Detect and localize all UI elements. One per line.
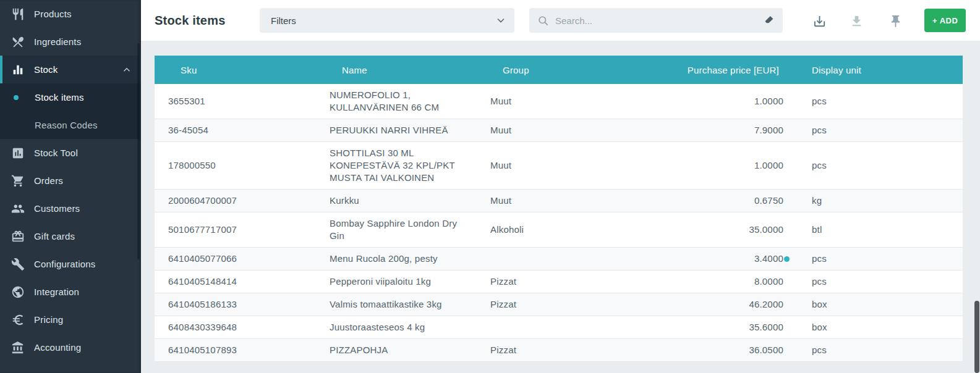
sidebar-subitem-label: Reason Codes <box>35 120 98 130</box>
pin-button[interactable] <box>884 10 906 32</box>
sku-cell: 6410405148414 <box>155 270 316 293</box>
sidebar-item-stock-tool[interactable]: Stock Tool <box>0 139 141 167</box>
group-cell <box>477 248 607 270</box>
vertical-scrollbar[interactable] <box>974 301 979 373</box>
sidebar-item-label: Ingredients <box>34 36 81 47</box>
price-cell: 1.0000 <box>607 142 798 190</box>
price-value: 1.0000 <box>754 96 783 106</box>
filters-label: Filters <box>271 15 296 26</box>
sidebar-item-configurations[interactable]: Configurations <box>0 250 141 278</box>
add-button[interactable]: + ADD <box>924 9 966 32</box>
sidebar: Products Ingredients Stock Stock items R… <box>0 0 141 373</box>
price-cell: 3.4000 <box>607 248 798 270</box>
pin-icon <box>888 14 903 28</box>
name-cell: SHOTTILASI 30 ML KONEPESTÄVÄ 32 KPL/PKT … <box>316 142 477 190</box>
unit-cell: pcs <box>798 84 963 119</box>
name-cell: Pepperoni viipaloitu 1kg <box>316 270 477 293</box>
sidebar-item-label: Integration <box>34 287 79 297</box>
sku-cell: 3655301 <box>155 84 316 119</box>
sidebar-item-gift-cards[interactable]: Gift cards <box>0 222 141 250</box>
equalizer-icon <box>11 63 25 77</box>
table-row[interactable]: 2000604700007 Kurkku Muut 0.6750 kg <box>155 190 963 212</box>
price-value: 35.0000 <box>749 224 783 235</box>
unit-cell: btl <box>798 212 963 248</box>
price-value: 1.0000 <box>754 160 783 170</box>
column-header-group[interactable]: Group <box>477 56 607 84</box>
stock-table-head: Sku Name Group Purchase price [EUR] Disp… <box>155 56 963 84</box>
sku-cell: 2000604700007 <box>155 190 316 212</box>
bank-icon <box>11 341 25 354</box>
clear-search-button[interactable] <box>761 12 778 29</box>
sidebar-item-reason-codes[interactable]: Reason Codes <box>0 111 141 139</box>
active-bullet-icon <box>14 95 19 100</box>
sidebar-item-pricing[interactable]: Pricing <box>0 306 141 333</box>
download-button[interactable] <box>845 10 867 32</box>
search-input[interactable] <box>549 15 761 26</box>
unit-cell: box <box>798 316 963 339</box>
price-value: 7.9000 <box>754 125 783 135</box>
sidebar-scrollbar[interactable] <box>137 43 140 259</box>
stock-table-card: Sku Name Group Purchase price [EUR] Disp… <box>155 56 963 362</box>
column-header-display-unit[interactable]: Display unit <box>798 56 963 84</box>
name-cell: PIZZAPOHJA <box>316 339 477 362</box>
table-row[interactable]: 178000550 SHOTTILASI 30 ML KONEPESTÄVÄ 3… <box>155 142 963 190</box>
sidebar-item-stock[interactable]: Stock <box>0 56 141 83</box>
name-cell: PERUUKKI NARRI VIHREÄ <box>316 119 477 142</box>
table-row[interactable]: 6410405107893 PIZZAPOHJA Pizzat 36.0500 … <box>155 339 963 362</box>
price-cell: 8.0000 <box>607 270 798 293</box>
sidebar-item-customers[interactable]: Customers <box>0 195 141 222</box>
sidebar-item-label: Stock <box>34 64 58 75</box>
topbar: Stock items Filters + ADD <box>141 0 980 41</box>
header-row: Sku Name Group Purchase price [EUR] Disp… <box>155 56 963 84</box>
name-cell: Juustoraasteseos 4 kg <box>316 316 477 339</box>
table-row[interactable]: 3655301 NUMEROFOLIO 1, KULLANVÄRINEN 66 … <box>155 84 963 119</box>
unit-cell: pcs <box>798 119 963 142</box>
unit-cell: pcs <box>798 270 963 293</box>
table-row[interactable]: 6410405148414 Pepperoni viipaloitu 1kg P… <box>155 270 963 293</box>
name-cell: Bombay Sapphire London Dry Gin <box>316 212 477 248</box>
search-box <box>529 8 783 33</box>
sidebar-item-orders[interactable]: Orders <box>0 167 141 195</box>
price-cell: 35.6000 <box>607 316 798 339</box>
table-row[interactable]: 6410405077066 Menu Rucola 200g, pesty 3.… <box>155 248 963 270</box>
sidebar-item-integration[interactable]: Integration <box>0 278 141 306</box>
sidebar-item-label: Configurations <box>34 259 96 269</box>
price-cell: 36.0500 <box>607 339 798 362</box>
unit-cell: pcs <box>798 248 963 270</box>
assessment-icon <box>11 146 25 160</box>
filters-dropdown[interactable]: Filters <box>260 8 514 33</box>
stock-table: Sku Name Group Purchase price [EUR] Disp… <box>155 56 963 362</box>
globe-icon <box>11 285 25 299</box>
name-cell: Kurkku <box>316 190 477 212</box>
column-header-purchase-price[interactable]: Purchase price [EUR] <box>607 56 798 84</box>
unit-cell: pcs <box>798 142 963 190</box>
export-button[interactable] <box>808 10 830 32</box>
name-cell: Valmis tomaattikastike 3kg <box>316 293 477 316</box>
table-row[interactable]: 6408430339648 Juustoraasteseos 4 kg 35.6… <box>155 316 963 339</box>
column-header-sku[interactable]: Sku <box>155 56 316 84</box>
unit-cell: pcs <box>798 339 963 362</box>
eraser-icon <box>764 15 775 26</box>
sidebar-item-accounting[interactable]: Accounting <box>0 333 141 361</box>
sidebar-item-ingredients[interactable]: Ingredients <box>0 28 141 56</box>
sidebar-item-products[interactable]: Products <box>0 0 141 28</box>
people-icon <box>11 202 25 216</box>
price-value: 36.0500 <box>749 345 783 355</box>
giftcard-icon <box>11 230 25 243</box>
stock-table-body: 3655301 NUMEROFOLIO 1, KULLANVÄRINEN 66 … <box>155 84 963 362</box>
price-cell: 7.9000 <box>607 119 798 142</box>
column-header-name[interactable]: Name <box>316 56 477 84</box>
sku-cell: 6410405186133 <box>155 293 316 316</box>
table-row[interactable]: 5010677717007 Bombay Sapphire London Dry… <box>155 212 963 248</box>
chevron-down-icon <box>495 14 507 27</box>
sidebar-item-label: Gift cards <box>34 231 75 241</box>
sidebar-item-stock-items[interactable]: Stock items <box>0 83 141 111</box>
sku-cell: 6410405107893 <box>155 339 316 362</box>
group-cell: Muut <box>477 190 607 212</box>
table-row[interactable]: 36-45054 PERUUKKI NARRI VIHREÄ Muut 7.90… <box>155 119 963 142</box>
euro-icon <box>11 313 25 327</box>
group-cell: Pizzat <box>477 270 607 293</box>
price-cell: 46.2000 <box>607 293 798 316</box>
table-row[interactable]: 6410405186133 Valmis tomaattikastike 3kg… <box>155 293 963 316</box>
download-icon <box>850 14 864 28</box>
